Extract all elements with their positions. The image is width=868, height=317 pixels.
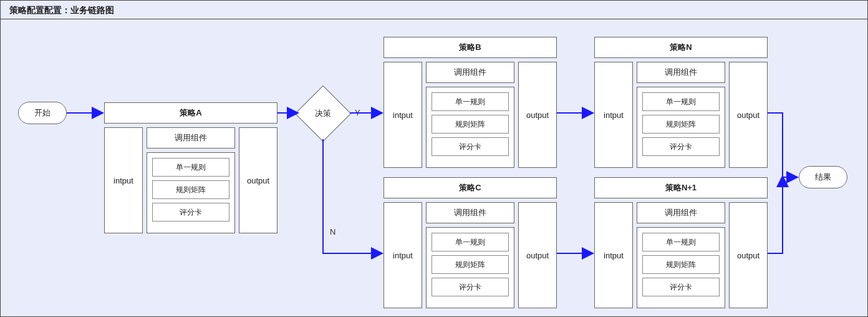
start-node: 开始 xyxy=(18,102,67,124)
strategy-n-rules: 单一规则 规则矩阵 评分卡 xyxy=(637,87,725,168)
end-node: 结果 xyxy=(799,166,847,188)
strategy-n-output: output xyxy=(729,62,768,168)
rule-item: 规则矩阵 xyxy=(152,180,229,199)
rule-item: 规则矩阵 xyxy=(432,255,509,274)
panel-title: 策略配置配置：业务链路图 xyxy=(1,1,867,19)
strategy-n-input: intput xyxy=(594,62,633,168)
strategy-b-invoke: 调用组件 xyxy=(426,62,514,83)
strategy-n1-invoke: 调用组件 xyxy=(637,202,725,223)
strategy-n: 策略N intput 调用组件 单一规则 规则矩阵 评分卡 output xyxy=(594,37,768,168)
strategy-a-output: output xyxy=(239,127,277,233)
rule-item: 评分卡 xyxy=(642,137,720,156)
strategy-c-output: output xyxy=(518,202,557,308)
strategy-n1-rules: 单一规则 规则矩阵 评分卡 xyxy=(637,227,725,308)
strategy-a: 策略A intput 调用组件 单一规则 规则矩阵 评分卡 output xyxy=(104,102,277,233)
rule-item: 评分卡 xyxy=(642,278,720,296)
rule-item: 单一规则 xyxy=(642,92,720,111)
strategy-b-input: intput xyxy=(383,62,422,168)
strategy-a-invoke: 调用组件 xyxy=(147,127,235,149)
strategy-n1-title: 策略N+1 xyxy=(594,177,768,198)
start-label: 开始 xyxy=(34,107,51,119)
decision-no-label: N xyxy=(330,227,335,237)
rule-item: 规则矩阵 xyxy=(642,115,720,134)
strategy-a-title: 策略A xyxy=(104,102,277,124)
end-label: 结果 xyxy=(815,172,831,183)
rule-item: 规则矩阵 xyxy=(642,255,720,274)
rule-item: 评分卡 xyxy=(432,278,509,296)
strategy-a-rules: 单一规则 规则矩阵 评分卡 xyxy=(147,152,235,233)
rule-item: 评分卡 xyxy=(432,137,509,156)
strategy-n1: 策略N+1 intput 调用组件 单一规则 规则矩阵 评分卡 output xyxy=(594,177,768,308)
strategy-n-invoke: 调用组件 xyxy=(637,62,725,83)
diagram-panel: 策略配置配置：业务链路图 开始 策略A intput 调用组件 单一规则 规则矩… xyxy=(0,0,868,317)
strategy-n1-output: output xyxy=(729,202,768,308)
strategy-c-input: intput xyxy=(383,202,422,308)
strategy-c-rules: 单一规则 规则矩阵 评分卡 xyxy=(426,227,514,308)
rule-item: 单一规则 xyxy=(152,158,229,177)
strategy-c-title: 策略C xyxy=(383,177,557,198)
strategy-b: 策略B intput 调用组件 单一规则 规则矩阵 评分卡 output xyxy=(383,37,557,168)
rule-item: 单一规则 xyxy=(642,233,720,251)
strategy-b-title: 策略B xyxy=(383,37,557,58)
strategy-c-invoke: 调用组件 xyxy=(426,202,514,223)
rule-item: 单一规则 xyxy=(432,92,509,111)
strategy-b-rules: 单一规则 规则矩阵 评分卡 xyxy=(426,87,514,168)
decision-yes-label: Y xyxy=(355,108,360,117)
rule-item: 单一规则 xyxy=(432,233,509,251)
decision-label: 决策 xyxy=(315,108,331,119)
strategy-n-title: 策略N xyxy=(594,37,768,58)
rule-item: 规则矩阵 xyxy=(432,115,509,134)
decision-node: 决策 xyxy=(295,85,352,142)
strategy-n1-input: intput xyxy=(594,202,633,308)
strategy-c: 策略C intput 调用组件 单一规则 规则矩阵 评分卡 output xyxy=(383,177,557,308)
strategy-a-input: intput xyxy=(104,127,143,233)
rule-item: 评分卡 xyxy=(152,203,229,222)
strategy-b-output: output xyxy=(518,62,557,168)
